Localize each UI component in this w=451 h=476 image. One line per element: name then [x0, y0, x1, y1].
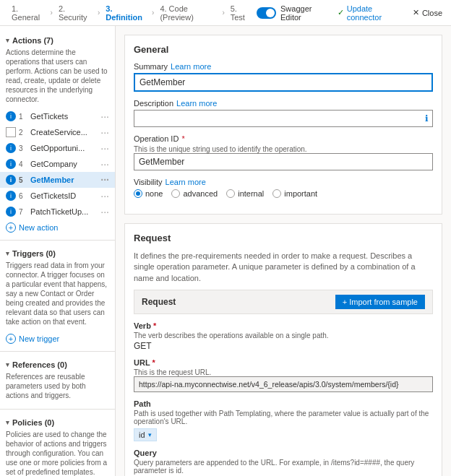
update-connector-button[interactable]: ✓ Update connector [335, 4, 401, 22]
description-input[interactable] [134, 110, 433, 127]
query-hint: Query parameters are appended to the URL… [134, 459, 433, 475]
main-container: ▾ Actions (7) Actions determine the oper… [0, 26, 451, 476]
radio-none[interactable]: none [134, 189, 163, 198]
import-from-sample-button[interactable]: + Import from sample [335, 295, 425, 309]
checkbox-icon-2 [6, 127, 16, 137]
nav-step-definition[interactable]: 3. Definition [100, 4, 152, 22]
verb-value: GET [134, 341, 433, 351]
description-field-group: Description Learn more ℹ [134, 99, 433, 127]
actions-section-header[interactable]: ▾ Actions (7) [0, 32, 115, 46]
sidebar: ▾ Actions (7) Actions determine the oper… [0, 26, 116, 476]
summary-label: Summary Learn more [134, 62, 433, 71]
general-section: General Summary Learn more Description L… [124, 35, 442, 215]
url-label: URL * [134, 358, 433, 367]
path-field-group: Path Path is used together with Path Tem… [134, 399, 433, 441]
request-description: It defines the pre-requirements needed i… [134, 251, 433, 284]
radio-advanced[interactable]: advanced [171, 189, 218, 198]
swagger-toggle[interactable]: Swagger Editor [257, 4, 325, 22]
close-icon: ✕ [413, 8, 419, 17]
operation-id-label: Operation ID * [134, 134, 433, 143]
nav-step-code[interactable]: 4. Code (Preview) [154, 4, 222, 22]
action-item-getopportuni[interactable]: i 3 GetOpportuni... ··· [0, 140, 115, 156]
operation-id-input[interactable] [134, 153, 433, 170]
request-section-title: Request [134, 233, 433, 243]
new-action-button[interactable]: + New action [0, 220, 115, 235]
references-section-header[interactable]: ▾ References (0) [0, 356, 115, 371]
info-icon-3: i [6, 143, 16, 153]
info-icon-7: i [6, 207, 16, 217]
references-chevron-icon: ▾ [6, 361, 9, 368]
path-tag-chevron-icon: ▾ [148, 431, 152, 438]
verb-label: Verb * [134, 321, 433, 330]
nav-step-test[interactable]: 5. Test [225, 4, 257, 22]
radio-circle-none [134, 189, 142, 198]
action-item-createservice[interactable]: 2 CreateService... ··· [0, 124, 115, 140]
info-icon-1: i [6, 111, 16, 121]
main-content: General Summary Learn more Description L… [116, 26, 451, 476]
nav-right-actions: Swagger Editor ✓ Update connector ✕ Clos… [257, 4, 445, 22]
path-tags: id ▾ [134, 425, 433, 441]
sidebar-divider-3 [0, 409, 115, 410]
summary-field-group: Summary Learn more [134, 62, 433, 92]
operation-id-field-group: Operation ID * This is the unique string… [134, 134, 433, 170]
plus-icon-trigger: + [6, 334, 16, 344]
visibility-label: Visibility Learn more [134, 178, 433, 186]
checkmark-icon: ✓ [338, 8, 344, 17]
triggers-description: Triggers read data in from your connecto… [0, 259, 115, 331]
visibility-radio-group: none advanced internal important [134, 189, 433, 198]
operation-id-required: * [181, 134, 184, 143]
action-item-gettickets[interactable]: i 1 GetTickets ··· [0, 108, 115, 124]
close-button[interactable]: ✕ Close [410, 8, 445, 17]
action-item-getticketsid[interactable]: i 6 GetTicketsID ··· [0, 188, 115, 204]
verb-field-group: Verb * The verb describes the operations… [134, 321, 433, 351]
swagger-toggle-track[interactable] [257, 7, 276, 19]
request-header-bar: Request + Import from sample [134, 290, 433, 314]
sidebar-divider-1 [0, 240, 115, 241]
sidebar-divider-2 [0, 351, 115, 352]
url-field-group: URL * This is the request URL. https://a… [134, 358, 433, 392]
nav-step-general[interactable]: 1. General [6, 4, 51, 22]
radio-circle-important [272, 189, 281, 198]
triggers-section-header[interactable]: ▾ Triggers (0) [0, 245, 115, 259]
plus-icon: + [6, 222, 16, 233]
request-section: Request It defines the pre-requirements … [124, 223, 442, 476]
actions-chevron-icon: ▾ [6, 37, 9, 44]
visibility-field-group: Visibility Learn more none advanced inte… [134, 178, 433, 198]
description-info-icon: ℹ [425, 113, 429, 124]
action-item-getmember[interactable]: i 5 GetMember ··· [0, 172, 115, 188]
action-item-getcompany[interactable]: i 4 GetCompany ··· [0, 156, 115, 172]
verb-hint: The verb describes the operations availa… [134, 332, 433, 339]
policies-section-header[interactable]: ▾ Policies (0) [0, 414, 115, 428]
path-label: Path [134, 399, 433, 408]
description-input-wrapper: ℹ [134, 110, 433, 127]
references-description: References are reusable parameters used … [0, 371, 115, 404]
operation-id-hint: This is the unique string used to identi… [134, 145, 433, 153]
query-field-group: Query Query parameters are appended to t… [134, 449, 433, 475]
query-label: Query [134, 449, 433, 457]
radio-internal[interactable]: internal [226, 189, 264, 198]
policies-chevron-icon: ▾ [6, 419, 9, 426]
policies-description: Policies are used to change the behavior… [0, 428, 115, 476]
new-trigger-button[interactable]: + New trigger [0, 331, 115, 347]
top-navigation: 1. General › 2. Security › 3. Definition… [0, 0, 451, 26]
action-item-patchticketup[interactable]: i 7 PatchTicketUp... ··· [0, 204, 115, 220]
url-hint: This is the request URL. [134, 368, 433, 376]
path-hint: Path is used together with Path Templati… [134, 410, 433, 425]
description-learn-more-link[interactable]: Learn more [176, 99, 217, 108]
info-icon-5: i [6, 175, 16, 185]
description-label: Description Learn more [134, 99, 433, 108]
actions-description: Actions determine the operations that us… [0, 46, 115, 108]
radio-important[interactable]: important [272, 189, 317, 198]
radio-circle-internal [226, 189, 235, 198]
info-icon-6: i [6, 191, 16, 201]
radio-circle-advanced [171, 189, 180, 198]
triggers-chevron-icon: ▾ [6, 250, 9, 257]
summary-learn-more-link[interactable]: Learn more [171, 62, 211, 71]
info-icon-4: i [6, 159, 16, 169]
path-tag-id[interactable]: id ▾ [134, 428, 157, 441]
swagger-toggle-thumb [266, 9, 275, 17]
nav-step-security[interactable]: 2. Security [53, 4, 98, 22]
summary-input[interactable] [134, 73, 433, 92]
general-section-title: General [134, 44, 433, 55]
visibility-learn-more-link[interactable]: Learn more [166, 178, 206, 186]
